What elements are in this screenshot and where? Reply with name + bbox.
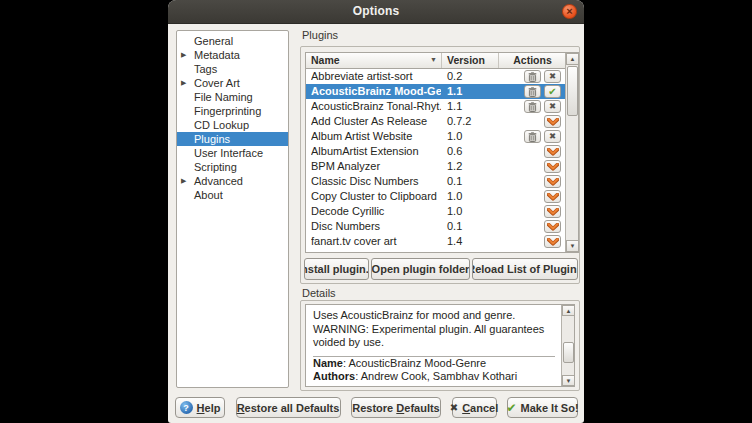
uninstall-plugin-button[interactable] [524, 130, 541, 143]
plugin-version-cell: 1.0 [447, 189, 497, 204]
download-plugin-button[interactable] [544, 115, 561, 128]
titlebar[interactable]: Options × [168, 0, 584, 24]
download-plugin-button[interactable] [544, 220, 561, 233]
enable-plugin-button[interactable]: ✔ [544, 85, 561, 98]
sidebar-item-metadata[interactable]: ▶Metadata [177, 48, 288, 62]
uninstall-plugin-button[interactable] [524, 100, 541, 113]
sidebar-item-tags[interactable]: Tags [177, 62, 288, 76]
cancel-x-icon: ✖ [450, 402, 458, 413]
sidebar-item-plugins[interactable]: Plugins [177, 132, 288, 146]
help-button[interactable]: ? Help [175, 397, 225, 418]
download-plugin-button[interactable] [544, 190, 561, 203]
sidebar-item-fingerprinting[interactable]: Fingerprinting [177, 104, 288, 118]
sidebar-item-about[interactable]: About [177, 188, 288, 202]
plugin-row[interactable]: Add Cluster As Release0.7.2 [306, 114, 566, 129]
plugin-row[interactable]: Abbreviate artist-sort0.2✖ [306, 69, 566, 84]
plugin-row[interactable]: AcousticBrainz Tonal-Rhyt...1.1✖ [306, 99, 566, 114]
reload-plugin-list-button[interactable]: Reload List of Plugins [472, 258, 578, 280]
sidebar-item-label: Plugins [194, 133, 230, 145]
sidebar-item-label: Fingerprinting [194, 105, 261, 117]
column-header-name[interactable]: Name ▼ [306, 53, 442, 68]
expand-arrow-icon[interactable]: ▶ [181, 48, 186, 62]
install-plugin-button[interactable]: Install plugin... [304, 258, 369, 280]
sidebar-item-advanced[interactable]: ▶Advanced [177, 174, 288, 188]
download-plugin-button[interactable] [544, 175, 561, 188]
scroll-up-icon[interactable]: ▲ [562, 305, 575, 316]
plugins-table-scrollbar[interactable]: ▲ ▼ [565, 53, 578, 252]
sidebar-item-file-naming[interactable]: File Naming [177, 90, 288, 104]
plugin-authors-label: Authors [313, 370, 355, 382]
scroll-down-icon[interactable]: ▼ [566, 240, 579, 252]
plugin-details-pane: Uses AcousticBrainz for mood and genre. … [305, 304, 575, 387]
scrollbar-thumb[interactable] [563, 342, 574, 363]
plugins-table-header: Name ▼ Version Actions [306, 53, 566, 69]
disable-plugin-button[interactable]: ✖ [544, 70, 561, 83]
uninstall-plugin-button[interactable] [524, 70, 541, 83]
expand-arrow-icon[interactable]: ▶ [181, 174, 186, 188]
sidebar-item-cd-lookup[interactable]: CD Lookup [177, 118, 288, 132]
close-button[interactable]: × [562, 4, 577, 19]
plugin-name-cell: Classic Disc Numbers [311, 174, 441, 189]
download-plugin-button[interactable] [544, 160, 561, 173]
download-chevron-icon [547, 208, 559, 216]
trash-icon [528, 102, 537, 112]
plugin-row[interactable]: Classic Disc Numbers0.1 [306, 174, 566, 189]
plugin-row[interactable]: Copy Cluster to Clipboard1.0 [306, 189, 566, 204]
column-header-version[interactable]: Version [442, 53, 499, 68]
sidebar-item-general[interactable]: General [177, 34, 288, 48]
restore-all-defaults-button[interactable]: Restore all Defaults [236, 397, 341, 418]
plugin-row[interactable]: Disc Numbers0.1 [306, 219, 566, 234]
plugin-actions-cell [499, 144, 565, 159]
scrollbar-thumb[interactable] [567, 66, 578, 116]
scroll-down-icon[interactable]: ▼ [562, 375, 575, 386]
sidebar-item-cover-art[interactable]: ▶Cover Art [177, 76, 288, 90]
plugin-name-cell: fanart.tv cover art [311, 234, 441, 249]
plugins-table-body: Abbreviate artist-sort0.2✖AcousticBrainz… [306, 69, 566, 249]
plugin-row[interactable]: BPM Analyzer1.2 [306, 159, 566, 174]
trash-icon [528, 87, 537, 97]
cancel-button[interactable]: ✖ Cancel [452, 397, 497, 418]
plugin-actions-cell [499, 234, 565, 249]
plugin-actions-cell: ✖ [499, 129, 565, 144]
plugin-name-value: AcousticBrainz Mood-Genre [348, 357, 486, 369]
download-chevron-icon [547, 223, 559, 231]
x-icon: ✖ [549, 72, 556, 81]
plugin-name-cell: BPM Analyzer [311, 159, 441, 174]
x-icon: ✖ [549, 102, 556, 111]
x-icon: ✖ [549, 132, 556, 141]
sidebar-item-user-interface[interactable]: User Interface [177, 146, 288, 160]
sidebar-item-label: Tags [194, 63, 217, 75]
expand-arrow-icon[interactable]: ▶ [181, 76, 186, 90]
plugin-actions-cell [499, 219, 565, 234]
plugin-details-text: Uses AcousticBrainz for mood and genre. … [306, 305, 561, 386]
plugin-row[interactable]: fanart.tv cover art1.4 [306, 234, 566, 249]
plugin-row[interactable]: Decode Cyrillic1.0 [306, 204, 566, 219]
plugin-row[interactable]: AlbumArtist Extension0.6 [306, 144, 566, 159]
sidebar-item-label: About [194, 189, 223, 201]
open-plugin-folder-button[interactable]: Open plugin folder [371, 258, 470, 280]
plugin-actions-cell [499, 204, 565, 219]
plugin-row[interactable]: Album Artist Website1.0✖ [306, 129, 566, 144]
make-it-so-button[interactable]: ✔ Make It So! [507, 397, 578, 418]
disable-plugin-button[interactable]: ✖ [544, 130, 561, 143]
column-header-actions[interactable]: Actions [499, 53, 566, 68]
plugin-version-cell: 1.1 [447, 84, 497, 99]
uninstall-plugin-button[interactable] [524, 85, 541, 98]
plugin-name-cell: Decode Cyrillic [311, 204, 441, 219]
plugin-name-cell: AlbumArtist Extension [311, 144, 441, 159]
disable-plugin-button[interactable]: ✖ [544, 100, 561, 113]
make-it-so-label: Make It So! [521, 402, 579, 414]
details-group-label: Details [302, 287, 336, 299]
details-scrollbar[interactable]: ▲ ▼ [561, 305, 574, 386]
restore-defaults-label: Restore Defaults [352, 402, 439, 414]
download-plugin-button[interactable] [544, 145, 561, 158]
download-chevron-icon [547, 178, 559, 186]
download-plugin-button[interactable] [544, 235, 561, 248]
sidebar-item-scripting[interactable]: Scripting [177, 160, 288, 174]
plugin-row[interactable]: AcousticBrainz Mood-Ge...1.1✔ [306, 84, 566, 99]
scroll-up-icon[interactable]: ▲ [566, 53, 579, 65]
restore-defaults-button[interactable]: Restore Defaults [351, 397, 441, 418]
help-label: Help [197, 402, 221, 414]
sidebar-item-label: Advanced [194, 175, 243, 187]
download-plugin-button[interactable] [544, 205, 561, 218]
